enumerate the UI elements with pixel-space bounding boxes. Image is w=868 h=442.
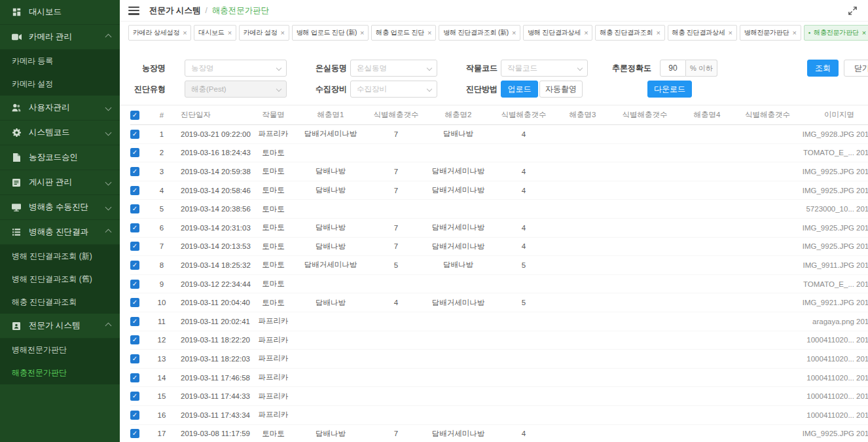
accuracy-input[interactable] — [660, 60, 686, 77]
table-row[interactable]: ✓152019-03-11 17:44:33파프리카1000411020...2… — [130, 387, 868, 406]
row-checkbox[interactable]: ✓ — [130, 261, 139, 270]
method-auto-button[interactable]: 자동촬영 — [539, 81, 583, 98]
tab[interactable]: 병해 진단결과상세× — [523, 25, 592, 41]
tab[interactable]: 병해 진단결과조회 (新)× — [439, 25, 520, 41]
tab-close-icon[interactable]: × — [729, 29, 732, 37]
row-checkbox[interactable]: ✓ — [130, 354, 139, 363]
sidebar-item[interactable]: 대시보드 — [0, 0, 120, 25]
row-checkbox[interactable]: ✓ — [130, 167, 139, 176]
table-row[interactable]: ✓122019-03-11 18:22:20파프리카1000411020...2… — [130, 331, 868, 350]
column-header[interactable]: 식별해충갯수 — [370, 110, 422, 120]
column-header[interactable]: 해충명4 — [678, 110, 736, 120]
sidebar-subitem[interactable]: 카메라 설정 — [0, 73, 120, 96]
sidebar-subitem[interactable]: 병해전문가판단 — [0, 339, 120, 361]
row-checkbox[interactable]: ✓ — [130, 298, 139, 307]
row-checkbox[interactable]: ✓ — [130, 335, 139, 344]
table-row[interactable]: ✓22019-03-16 18:24:43토마토TOMATO_E_...2019 — [130, 144, 868, 163]
table-row[interactable]: ✓32019-03-14 20:59:38토마토담배나방7담배거세미나방4IMG… — [130, 162, 868, 181]
row-checkbox[interactable]: ✓ — [130, 242, 139, 251]
table-row[interactable]: ✓92019-03-12 22:34:44토마토TOMATO_E_...2019 — [130, 275, 868, 294]
crop-select[interactable]: 작물코드 — [501, 60, 588, 77]
table-row[interactable]: ✓52019-03-14 20:38:56토마토5723000_10...201… — [130, 200, 868, 219]
search-button[interactable]: 조회 — [807, 60, 839, 77]
tab-close-icon[interactable]: × — [427, 29, 431, 37]
diagtype-select[interactable]: 해충(Pest) — [185, 81, 287, 98]
tab[interactable]: 해충 진단결과상세× — [668, 25, 737, 41]
column-header[interactable]: 식별해충갯수 — [612, 110, 678, 120]
sidebar-subitem[interactable]: 병해 진단결과조회 (新) — [0, 245, 120, 268]
row-checkbox[interactable]: ✓ — [130, 373, 139, 382]
equipment-select[interactable]: 수집장비 — [350, 81, 437, 98]
row-checkbox[interactable]: ✓ — [130, 317, 139, 326]
column-header[interactable]: 해충명3 — [553, 110, 612, 120]
tab[interactable]: 해충 진단결과조회× — [595, 25, 664, 41]
tab-close-icon[interactable]: × — [584, 29, 588, 37]
row-checkbox[interactable]: ✓ — [130, 204, 139, 213]
sidebar-item[interactable]: 농장코드승인 — [0, 145, 120, 170]
column-header[interactable]: 식별해충갯수 — [494, 110, 553, 120]
farm-select[interactable]: 농장명 — [185, 60, 287, 77]
sidebar-subitem-active[interactable]: 해충전문가판단 — [0, 361, 120, 384]
column-header[interactable]: 해충명2 — [422, 110, 494, 120]
tab-close-icon[interactable]: × — [512, 29, 516, 37]
table-row[interactable]: ✓42019-03-14 20:58:46토마토담배나방7담배거세미나방4IMG… — [130, 181, 868, 200]
table-row[interactable]: ✓102019-03-11 20:04:40토마토담배나방4담배거세미나방5IM… — [130, 293, 868, 312]
sidebar-subitem[interactable]: 해충 진단결과조회 — [0, 291, 120, 314]
tab[interactable]: 카메라 상세설정× — [128, 25, 191, 41]
sidebar-item[interactable]: 사용자관리 — [0, 96, 120, 120]
tab-close-icon[interactable]: × — [228, 29, 232, 37]
method-upload-button[interactable]: 업로드 — [501, 81, 538, 98]
row-checkbox[interactable]: ✓ — [130, 280, 139, 289]
row-checkbox[interactable]: ✓ — [130, 223, 139, 232]
tab-close-icon[interactable]: × — [360, 29, 364, 37]
tab-close-icon[interactable]: × — [862, 29, 866, 37]
row-checkbox[interactable]: ✓ — [130, 392, 139, 401]
tab[interactable]: 병해 업로드 진단 (新)× — [292, 25, 369, 41]
tab[interactable]: 해충 업로드 진단× — [371, 25, 436, 41]
select-all-checkbox[interactable]: ✓ — [130, 111, 139, 120]
table-row[interactable]: ✓82019-03-14 18:25:32토마토담배거세미나방5담배나방5IMG… — [130, 256, 868, 275]
row-checkbox[interactable]: ✓ — [130, 429, 139, 438]
greenhouse-select[interactable]: 온실동명 — [350, 60, 437, 77]
sidebar-item[interactable]: 전문가 시스템 — [0, 314, 120, 339]
sidebar-subitem[interactable]: 병해 진단결과조회 (舊) — [0, 268, 120, 291]
tab[interactable]: 대시보드× — [194, 25, 236, 41]
sidebar-item[interactable]: 병해충 수동진단 — [0, 195, 120, 220]
fullscreen-icon[interactable] — [848, 6, 858, 16]
sidebar-item[interactable]: 게시판 관리 — [0, 170, 120, 195]
table-row[interactable]: ✓62019-03-14 20:31:03토마토담배나방7담배거세미나방4IMG… — [130, 219, 868, 238]
sidebar-item[interactable]: 카메라 관리 — [0, 25, 120, 50]
table-row[interactable]: ✓72019-03-14 20:13:53토마토담배나방7담배거세미나방4IMG… — [130, 238, 868, 257]
tab-label: 해충 업로드 진단 — [376, 28, 424, 37]
sidebar-subitem[interactable]: 카메라 등록 — [0, 50, 120, 73]
column-header[interactable]: 작물명 — [255, 110, 291, 120]
row-checkbox[interactable]: ✓ — [130, 148, 139, 157]
hamburger-icon[interactable] — [128, 7, 139, 15]
row-checkbox[interactable]: ✓ — [130, 411, 139, 420]
tab[interactable]: 카메라 설정× — [239, 25, 289, 41]
tab-close-icon[interactable]: × — [792, 29, 796, 37]
sidebar-item[interactable]: 시스템코드 — [0, 120, 120, 145]
tab-close-icon[interactable]: × — [656, 29, 660, 37]
column-header[interactable]: 이미지명 — [799, 110, 854, 120]
table-row[interactable]: ✓142019-03-11 17:46:58파프리카1000411020...2… — [130, 369, 868, 388]
tab-close-icon[interactable]: × — [183, 29, 187, 37]
row-checkbox[interactable]: ✓ — [130, 130, 139, 139]
column-header[interactable]: 식별해충갯수 — [736, 110, 799, 120]
table-row[interactable]: ✓162019-03-11 17:43:34파프리카1000411020...2… — [130, 406, 868, 425]
cell-crop: 파프리카 — [255, 129, 291, 139]
row-checkbox[interactable]: ✓ — [130, 186, 139, 195]
column-header[interactable]: 해충명1 — [291, 110, 370, 120]
column-header[interactable]: # — [150, 111, 173, 119]
download-button[interactable]: 다운로드 — [647, 81, 692, 98]
close-button[interactable]: 닫기 — [844, 60, 868, 77]
table-row[interactable]: ✓172019-03-08 11:17:59토마토담배나방7담배거세미나방4IM… — [130, 425, 868, 442]
column-header[interactable]: 진단일자 — [173, 110, 255, 120]
tab[interactable]: 병해전문가판단× — [740, 25, 801, 41]
table-row[interactable]: ✓132019-03-11 18:22:03파프리카1000411020...2… — [130, 350, 868, 369]
tab-active[interactable]: ●해충전문가판단× — [804, 25, 868, 41]
table-row[interactable]: ✓112019-03-11 20:02:41파프리카aragaya.png201… — [130, 312, 868, 331]
table-row[interactable]: ✓12019-03-21 09:22:00파프리카담배거세미나방7담배나방4IM… — [130, 125, 868, 144]
tab-close-icon[interactable]: × — [280, 29, 284, 37]
sidebar-item[interactable]: 병해충 진단결과 — [0, 220, 120, 245]
